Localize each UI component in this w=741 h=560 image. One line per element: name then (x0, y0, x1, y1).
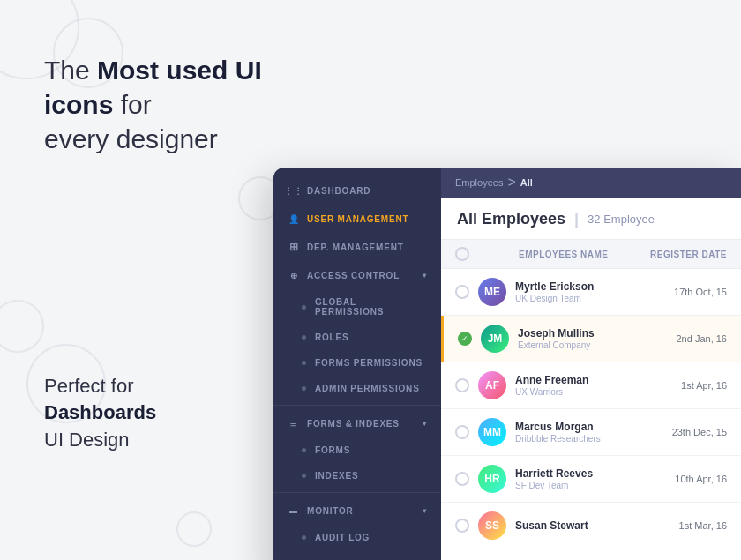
register-date: 23th Dec, 15 (656, 427, 727, 437)
avatar: MM (478, 418, 506, 446)
chevron-down-icon: ▾ (423, 507, 427, 515)
header-checkbox[interactable] (455, 247, 469, 261)
dot-icon (302, 474, 306, 478)
employee-name: Marcus Morgan (515, 421, 656, 433)
breadcrumb-parent: Employees (455, 177, 503, 188)
page-title: All Employees | 32 Employee (457, 210, 725, 228)
avatar: ME (478, 278, 506, 306)
register-date: 10th Apr, 16 (656, 474, 727, 484)
breadcrumb-separator: > (507, 175, 515, 190)
breadcrumb: Employees > All (441, 168, 741, 198)
avatar: AF (478, 371, 506, 399)
sidebar-item-label: Admin Permissions (315, 384, 420, 393)
dep-icon (288, 241, 300, 253)
sidebar-item-label: Forms & Indexes (307, 419, 400, 429)
page-header: All Employees | 32 Employee (441, 198, 741, 240)
employee-name: Susan Stewart (515, 519, 656, 532)
sidebar-item-dashboard[interactable]: Dashboard (273, 176, 441, 205)
sidebar-item-forms-indexes[interactable]: Forms & Indexes ▾ (273, 409, 441, 437)
employee-name: Joseph Mullins (518, 327, 656, 340)
th-checkbox (455, 247, 476, 261)
table-row[interactable]: ME Myrtle Erickson UK Design Team 17th O… (441, 269, 741, 316)
row-info: Anne Freeman UX Warriors (515, 374, 656, 397)
subtext-paragraph: Perfect for Dashboards UI Design (44, 373, 265, 454)
row-checkbox-1[interactable] (455, 285, 469, 299)
register-date: 2nd Jan, 16 (656, 333, 727, 344)
employee-name: Anne Freeman (515, 374, 656, 386)
sidebar-item-access-control[interactable]: Access Control ▾ (273, 261, 441, 289)
sidebar-item-user-management[interactable]: User Management (273, 205, 441, 233)
row-info: Joseph Mullins External Company (518, 327, 656, 350)
sidebar-item-label: Roles (315, 332, 348, 342)
employee-team: External Company (518, 340, 656, 350)
row-checkbox-2[interactable]: ✓ (458, 332, 472, 346)
sidebar: Dashboard User Management Dep. Managemen… (273, 168, 441, 560)
dot-icon (302, 305, 306, 310)
dashboard-panel: Dashboard User Management Dep. Managemen… (273, 168, 741, 560)
main-content: Employees > All All Employees | 32 Emplo… (441, 168, 741, 560)
sidebar-item-label: Forms (315, 445, 350, 455)
sidebar-item-forms-permissions[interactable]: Forms Permissions (273, 350, 441, 376)
grid-icon (288, 184, 300, 197)
sidebar-item-global-permissions[interactable]: Global Permissions (273, 289, 441, 325)
sidebar-item-label: Audit Log (315, 533, 370, 542)
dot-icon (302, 535, 306, 540)
sidebar-item-roles[interactable]: Roles (273, 325, 441, 350)
employee-count: 32 Employee (588, 213, 655, 226)
dot-icon (302, 386, 306, 391)
left-content-area: The Most used UI icons forevery designer (44, 53, 309, 156)
row-info: Harriett Reeves SF Dev Team (515, 467, 656, 490)
table-row[interactable]: ✓ JM Joseph Mullins External Company 2nd… (441, 316, 741, 362)
sidebar-item-label: User Management (307, 214, 408, 224)
chevron-down-icon: ▾ (423, 420, 427, 428)
employee-team: UX Warriors (515, 387, 656, 397)
sidebar-item-dep-management[interactable]: Dep. Management (273, 233, 441, 261)
title-separator: | (574, 210, 579, 228)
register-date: 1st Apr, 16 (656, 380, 727, 391)
employee-team: SF Dev Team (515, 481, 656, 490)
row-info: Marcus Morgan Dribbble Researchers (515, 421, 656, 444)
sidebar-item-label: Monitor (307, 506, 354, 516)
sidebar-item-label: Global Permissions (315, 297, 427, 317)
page-title-text: All Employees (457, 210, 565, 228)
table-header: Employees Name Register Date (441, 240, 741, 269)
sidebar-item-label: Dep. Management (307, 243, 404, 252)
row-checkbox-6[interactable] (455, 519, 469, 533)
sidebar-item-label: Access Control (307, 271, 400, 280)
dot-icon (302, 448, 306, 452)
breadcrumb-current: All (520, 177, 533, 188)
chevron-down-icon: ▾ (423, 272, 427, 280)
row-info: Myrtle Erickson UK Design Team (515, 280, 656, 303)
sidebar-item-admin-permissions[interactable]: Admin Permissions (273, 376, 441, 401)
sidebar-item-forms[interactable]: Forms (273, 437, 441, 463)
sidebar-item-monitor[interactable]: Monitor ▾ (273, 497, 441, 525)
sidebar-item-audit-log[interactable]: Audit Log (273, 525, 441, 550)
employee-name: Harriett Reeves (515, 467, 656, 480)
row-checkbox-3[interactable] (455, 378, 469, 392)
main-headline: The Most used UI icons forevery designer (44, 53, 309, 156)
row-checkbox-5[interactable] (455, 472, 469, 486)
table-row[interactable]: MM Marcus Morgan Dribbble Researchers 23… (441, 409, 741, 456)
sidebar-item-indexes[interactable]: Indexes (273, 463, 441, 489)
subtext-bold: Dashboards (44, 401, 156, 423)
employees-table: Employees Name Register Date ME Myrtle E… (441, 240, 741, 560)
employee-team: UK Design Team (515, 294, 656, 303)
forms-icon (288, 417, 300, 429)
row-info: Susan Stewart (515, 519, 656, 533)
employee-team: Dribbble Researchers (515, 434, 656, 444)
table-row[interactable]: SS Susan Stewart 1st Mar, 16 (441, 503, 741, 549)
th-register-date: Register Date (650, 250, 727, 259)
table-row[interactable]: HR Harriett Reeves SF Dev Team 10th Apr,… (441, 456, 741, 503)
row-checkbox-4[interactable] (455, 425, 469, 439)
table-row[interactable]: AF Anne Freeman UX Warriors 1st Apr, 16 (441, 362, 741, 409)
sidebar-item-label: Dashboard (307, 186, 370, 196)
th-employees-name: Employees Name (519, 250, 650, 259)
avatar: HR (478, 465, 506, 493)
subtext-area: Perfect for Dashboards UI Design (44, 373, 265, 454)
lock-icon (288, 269, 300, 281)
monitor-icon (288, 504, 300, 517)
employee-name: Myrtle Erickson (515, 280, 656, 293)
register-date: 1st Mar, 16 (656, 520, 727, 531)
check-icon: ✓ (461, 334, 468, 343)
headline-bold: Most used UI icons (44, 56, 262, 119)
